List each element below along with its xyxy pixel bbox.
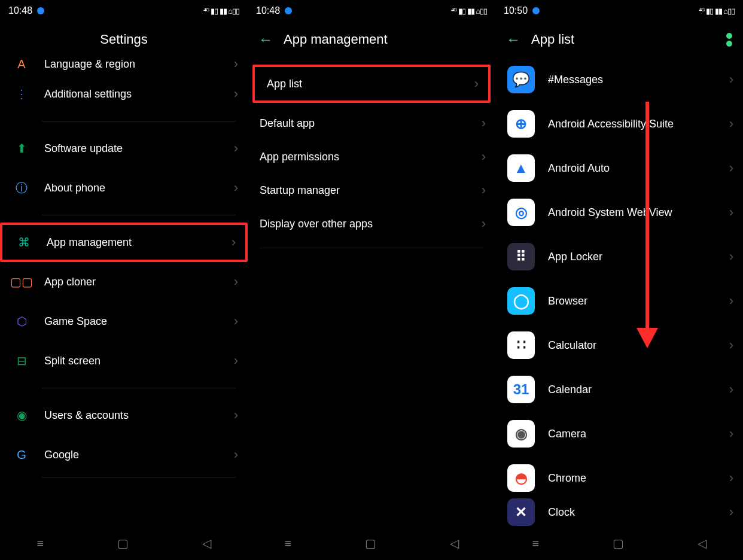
settings-item-google[interactable]: GGoogle› xyxy=(0,435,248,474)
app-item-app-locker[interactable]: ⠿App Locker› xyxy=(495,235,743,279)
chevron-right-icon: › xyxy=(474,76,479,92)
google-icon: G xyxy=(12,445,31,464)
nav-back-icon[interactable]: ◁ xyxy=(698,536,707,550)
settings-item-about-phone[interactable]: ⓘAbout phone› xyxy=(0,168,248,208)
settings-item-label: App cloner xyxy=(44,276,234,288)
calendar-icon: 31 xyxy=(507,376,535,403)
status-bar: 10:48 ⁴ᴳ ▮▯ ▮▮ ⌂▯▯ xyxy=(248,0,495,22)
settings-item-label: Software update xyxy=(44,142,234,155)
settings-item-label: Language & region xyxy=(44,58,234,71)
browser-icon: ◯ xyxy=(507,287,535,315)
back-arrow-icon[interactable]: ← xyxy=(258,32,273,47)
status-time: 10:48 xyxy=(256,5,280,16)
chevron-right-icon: › xyxy=(729,426,733,442)
mgmt-item-display-over-other-apps[interactable]: Display over other apps› xyxy=(248,207,495,241)
nav-home-icon[interactable]: ▢ xyxy=(613,536,624,550)
settings-item-app-management[interactable]: ⌘App management› xyxy=(0,223,248,262)
nav-home-icon[interactable]: ▢ xyxy=(117,536,129,550)
app-item-label: Android Accessibility Suite xyxy=(548,118,729,130)
settings-item-additional-settings[interactable]: ⋮Additional settings› xyxy=(0,74,248,114)
page-title: App list xyxy=(531,32,715,47)
chevron-right-icon: › xyxy=(234,141,238,156)
app-item-camera[interactable]: ◉Camera› xyxy=(495,412,743,456)
settings-item-label: App management xyxy=(47,236,232,249)
more-options-icon[interactable] xyxy=(726,33,732,47)
messages-icon: 💬 xyxy=(507,66,535,93)
app-item-label: #Messages xyxy=(548,74,729,86)
app-management-icon: ⌘ xyxy=(14,233,34,252)
chevron-right-icon: › xyxy=(729,205,733,220)
app-item-calendar[interactable]: 31Calendar› xyxy=(495,367,743,412)
phone-app-management: 10:48 ⁴ᴳ ▮▯ ▮▮ ⌂▯▯ ← App management App … xyxy=(248,0,495,560)
status-time: 10:50 xyxy=(504,5,528,16)
split-screen-icon: ⊟ xyxy=(12,351,31,370)
android-auto-icon: ▲ xyxy=(507,154,535,182)
chevron-right-icon: › xyxy=(729,382,733,397)
app-cloner-icon: ▢▢ xyxy=(12,272,31,291)
nav-bar: ≡ ▢ ◁ xyxy=(0,526,248,560)
app-item-label: Chrome xyxy=(548,472,729,485)
app-item-clock[interactable]: ✕Clock› xyxy=(495,500,743,524)
chevron-right-icon: › xyxy=(234,353,238,369)
status-indicators: ⁴ᴳ ▮▯ ▮▮ ⌂▯▯ xyxy=(699,7,735,16)
settings-item-label: Google xyxy=(44,449,234,461)
settings-item-split-screen[interactable]: ⊟Split screen› xyxy=(0,341,248,381)
app-item-android-auto[interactable]: ▲Android Auto› xyxy=(495,146,743,190)
language-region-icon: A xyxy=(12,54,31,74)
nav-home-icon[interactable]: ▢ xyxy=(365,536,376,550)
mgmt-item-app-permissions[interactable]: App permissions› xyxy=(248,140,495,174)
clock-icon: ✕ xyxy=(507,498,535,526)
status-bar: 10:50 ⁴ᴳ ▮▯ ▮▮ ⌂▯▯ xyxy=(495,0,743,22)
chevron-right-icon: › xyxy=(482,182,486,198)
settings-item-game-space[interactable]: ⬡Game Space› xyxy=(0,302,248,341)
app-management-list: App list›Default app›App permissions›Sta… xyxy=(248,57,495,248)
nav-menu-icon[interactable]: ≡ xyxy=(532,537,539,550)
app-item--messages[interactable]: 💬#Messages› xyxy=(495,57,743,102)
mgmt-item-startup-manager[interactable]: Startup manager› xyxy=(248,174,495,207)
app-item-label: Calendar xyxy=(548,384,729,396)
chevron-right-icon: › xyxy=(482,115,486,131)
phone-settings: 10:48 ⁴ᴳ ▮▯ ▮▮ ⌂▯▯ Settings ALanguage & … xyxy=(0,0,248,560)
chevron-right-icon: › xyxy=(234,180,238,196)
mgmt-item-app-list[interactable]: App list› xyxy=(255,67,488,101)
settings-item-label: Users & accounts xyxy=(44,409,234,422)
chevron-right-icon: › xyxy=(234,86,238,102)
app-item-chrome[interactable]: ◓Chrome› xyxy=(495,456,743,500)
settings-item-label: Additional settings xyxy=(44,88,234,101)
chevron-right-icon: › xyxy=(729,116,733,132)
settings-item-software-update[interactable]: ⬆Software update› xyxy=(0,129,248,168)
app-item-android-system-webview[interactable]: ◎Android System WebView› xyxy=(495,190,743,235)
status-indicators: ⁴ᴳ ▮▯ ▮▮ ⌂▯▯ xyxy=(451,7,487,16)
app-item-browser[interactable]: ◯Browser› xyxy=(495,279,743,323)
app-item-label: Android System WebView xyxy=(548,206,729,219)
settings-item-users-accounts[interactable]: ◉Users & accounts› xyxy=(0,395,248,435)
app-item-calculator[interactable]: ∷Calculator› xyxy=(495,323,743,367)
chevron-right-icon: › xyxy=(482,216,486,232)
app-item-android-accessibility-suite[interactable]: ⊕Android Accessibility Suite› xyxy=(495,102,743,146)
camera-icon: ◉ xyxy=(507,420,535,448)
nav-back-icon[interactable]: ◁ xyxy=(450,536,459,550)
app-item-label: Browser xyxy=(548,295,729,308)
nav-back-icon[interactable]: ◁ xyxy=(202,536,211,550)
nav-menu-icon[interactable]: ≡ xyxy=(36,537,44,550)
mgmt-item-label: App permissions xyxy=(260,151,482,163)
chevron-right-icon: › xyxy=(729,160,733,176)
chevron-right-icon: › xyxy=(234,407,238,423)
app-item-label: App Locker xyxy=(548,251,729,263)
back-arrow-icon[interactable]: ← xyxy=(506,32,520,47)
nav-menu-icon[interactable]: ≡ xyxy=(284,537,291,550)
chevron-right-icon: › xyxy=(234,314,238,329)
about-phone-icon: ⓘ xyxy=(12,178,31,197)
app-locker-icon: ⠿ xyxy=(507,243,535,270)
accessibility-icon: ⊕ xyxy=(507,110,535,138)
mgmt-item-default-app[interactable]: Default app› xyxy=(248,106,495,140)
settings-item-label: About phone xyxy=(44,182,234,194)
chevron-right-icon: › xyxy=(234,274,238,290)
settings-item-app-cloner[interactable]: ▢▢App cloner› xyxy=(0,262,248,302)
app-item-label: Clock xyxy=(548,506,729,519)
nav-bar: ≡ ▢ ◁ xyxy=(248,526,495,560)
webview-icon: ◎ xyxy=(507,199,535,226)
status-bar: 10:48 ⁴ᴳ ▮▯ ▮▮ ⌂▯▯ xyxy=(0,0,248,22)
settings-item-language-region[interactable]: ALanguage & region› xyxy=(0,54,248,74)
users-accounts-icon: ◉ xyxy=(12,406,31,425)
